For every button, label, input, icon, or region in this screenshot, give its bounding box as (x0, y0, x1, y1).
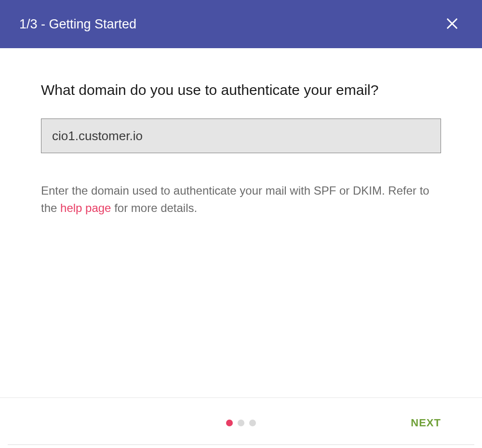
wizard-footer: NEXT (0, 397, 482, 448)
step-dot-1 (226, 420, 233, 426)
step-dot-2 (238, 420, 244, 426)
close-button[interactable] (442, 13, 463, 36)
helper-text: Enter the domain used to authenticate yo… (41, 182, 441, 217)
question-heading: What domain do you use to authenticate y… (41, 82, 441, 98)
help-page-link[interactable]: help page (60, 201, 111, 214)
step-dot-3 (249, 420, 256, 426)
step-indicator (226, 420, 256, 426)
wizard-step-title: 1/3 - Getting Started (19, 17, 136, 32)
next-button[interactable]: NEXT (411, 417, 441, 429)
wizard-header: 1/3 - Getting Started (0, 0, 482, 48)
helper-text-after: for more details. (111, 201, 197, 214)
wizard-content: What domain do you use to authenticate y… (0, 48, 482, 217)
close-icon (445, 17, 459, 32)
footer-divider (8, 444, 474, 445)
domain-input[interactable] (41, 119, 441, 153)
